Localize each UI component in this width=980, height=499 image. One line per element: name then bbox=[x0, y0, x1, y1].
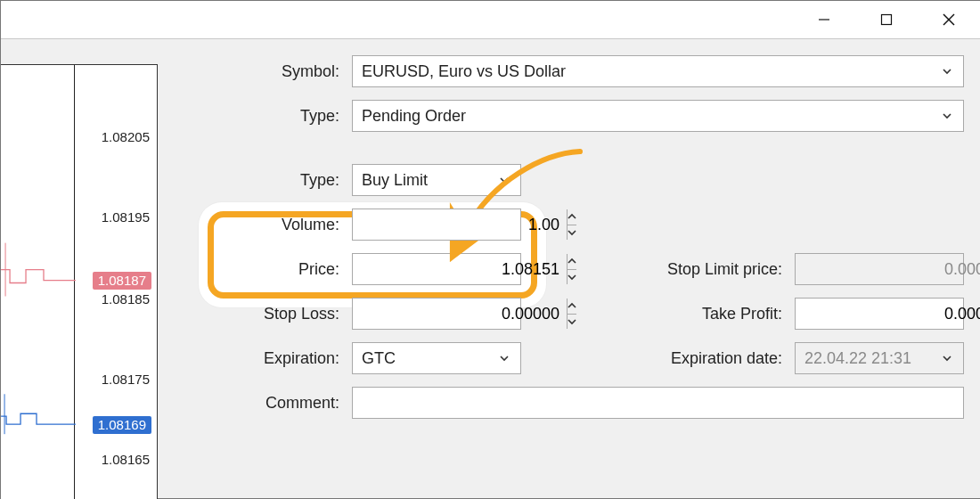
label-symbol: Symbol: bbox=[188, 62, 339, 81]
row-sl-tp: Stop Loss: Take Profit: bbox=[188, 298, 964, 330]
price-input[interactable] bbox=[353, 254, 567, 284]
price-step-down[interactable] bbox=[568, 269, 576, 285]
row-comment: Comment: bbox=[188, 387, 964, 419]
chevron-down-icon bbox=[492, 343, 517, 373]
expiration-date-field: 22.04.22 21:31 bbox=[795, 342, 964, 374]
chevron-down-icon bbox=[492, 165, 517, 195]
label-comment: Comment: bbox=[188, 394, 339, 413]
label-price: Price: bbox=[188, 260, 339, 279]
chevron-down-icon bbox=[935, 56, 960, 86]
chevron-down-icon bbox=[935, 343, 960, 373]
stop-limit-input bbox=[796, 254, 980, 284]
price-spin[interactable] bbox=[352, 253, 521, 285]
axis-tick: 1.08165 bbox=[102, 452, 150, 467]
label-expiration-date: Expiration date: bbox=[671, 349, 782, 368]
ask-price-flag: 1.08187 bbox=[93, 272, 151, 290]
row-order-type: Type: Buy Limit bbox=[188, 164, 964, 196]
volume-input[interactable] bbox=[353, 209, 567, 240]
row-execution-type: Type: Pending Order bbox=[188, 100, 964, 132]
order-window: 1.08205 1.08195 1.08187 1.08185 1.08175 … bbox=[0, 0, 980, 499]
comment-input[interactable] bbox=[353, 388, 963, 418]
volume-step-down[interactable] bbox=[568, 225, 576, 241]
stop-loss-spin[interactable] bbox=[352, 298, 521, 330]
row-price: Price: Stop Limit price: bbox=[188, 253, 964, 285]
label-type: Type: bbox=[188, 107, 339, 126]
window-titlebar bbox=[1, 1, 980, 38]
symbol-value: EURUSD, Euro vs US Dollar bbox=[353, 62, 963, 81]
minimize-button[interactable] bbox=[793, 1, 855, 38]
price-preview-chart: 1.08205 1.08195 1.08187 1.08185 1.08175 … bbox=[1, 64, 158, 499]
order-type-select[interactable]: Buy Limit bbox=[352, 164, 521, 196]
stop-limit-spin bbox=[795, 253, 964, 285]
row-symbol: Symbol: EURUSD, Euro vs US Dollar bbox=[188, 55, 964, 87]
execution-type-value: Pending Order bbox=[353, 107, 963, 126]
axis-tick: 1.08175 bbox=[102, 372, 150, 387]
axis-tick: 1.08185 bbox=[102, 291, 150, 307]
sl-step-up[interactable] bbox=[568, 299, 576, 314]
svg-rect-1 bbox=[882, 15, 892, 25]
expiration-select[interactable]: GTC bbox=[352, 342, 521, 374]
order-form: Symbol: EURUSD, Euro vs US Dollar Type: … bbox=[188, 55, 964, 498]
volume-step-up[interactable] bbox=[568, 209, 576, 225]
row-volume: Volume: bbox=[188, 209, 964, 241]
label-stop-limit: Stop Limit price: bbox=[667, 260, 782, 279]
execution-type-select[interactable]: Pending Order bbox=[352, 100, 964, 132]
axis-tick: 1.08205 bbox=[102, 129, 150, 144]
axis-tick: 1.08195 bbox=[102, 209, 150, 225]
label-take-profit: Take Profit: bbox=[702, 305, 782, 323]
comment-box[interactable] bbox=[352, 387, 964, 419]
row-expiration: Expiration: GTC Expiration date: 22.04.2… bbox=[188, 342, 964, 374]
label-stop-loss: Stop Loss: bbox=[188, 305, 339, 323]
close-button[interactable] bbox=[918, 1, 980, 38]
price-step-up[interactable] bbox=[568, 254, 576, 269]
sl-step-down[interactable] bbox=[568, 314, 576, 330]
take-profit-spin[interactable] bbox=[795, 298, 964, 330]
stop-loss-input[interactable] bbox=[353, 299, 567, 329]
bid-price-flag: 1.08169 bbox=[93, 416, 151, 434]
chart-lines bbox=[1, 65, 76, 499]
window-body: 1.08205 1.08195 1.08187 1.08185 1.08175 … bbox=[1, 39, 980, 498]
label-volume: Volume: bbox=[188, 216, 339, 234]
maximize-button[interactable] bbox=[855, 1, 918, 38]
label-order-type: Type: bbox=[188, 171, 339, 190]
label-expiration: Expiration: bbox=[188, 349, 339, 368]
chevron-down-icon bbox=[935, 101, 960, 131]
take-profit-input[interactable] bbox=[796, 299, 980, 329]
symbol-select[interactable]: EURUSD, Euro vs US Dollar bbox=[352, 55, 964, 87]
volume-spin[interactable] bbox=[352, 209, 521, 241]
